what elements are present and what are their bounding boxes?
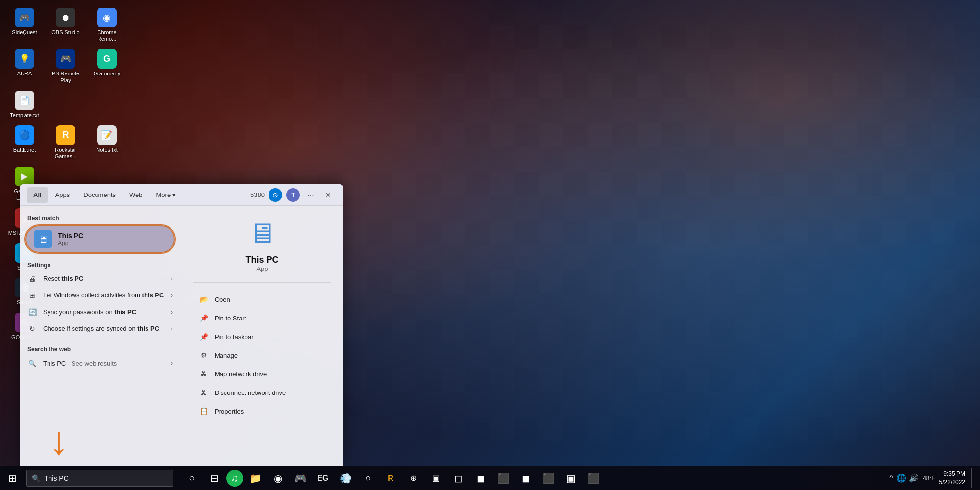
notes-icon: 📝 <box>97 125 117 145</box>
web-search-query: This PC <box>43 360 66 367</box>
desktop-icon-chrome[interactable]: ◉ Chrome Remo... <box>87 5 126 45</box>
desktop: 🎮 SideQuest ⏺ OBS Studio ◉ Chrome Remo..… <box>0 0 980 490</box>
desktop-icon-label: Chrome Remo... <box>90 29 123 42</box>
user-avatar-button[interactable]: T <box>286 188 300 202</box>
sound-icon[interactable]: 🔊 <box>909 473 919 483</box>
taskbar-icon-steam[interactable]: 💨 <box>335 468 356 489</box>
desktop-icon-label: Template.txt <box>10 112 39 119</box>
left-pane: Best match 🖥 This PC App Settings <box>20 206 181 466</box>
taskbar-icon-zoom[interactable]: ▣ <box>425 468 446 489</box>
taskbar-icon-slack[interactable]: ⊕ <box>403 468 423 489</box>
taskbar-icon-epicgames[interactable]: EG <box>313 468 333 489</box>
right-pane: 🖥 This PC App 📂 Open 📌 Pin to Start 📌 <box>181 206 343 466</box>
right-pane-header: 🖥 This PC App <box>193 216 331 283</box>
settings-text: Sync your passwords on this PC <box>43 308 136 317</box>
taskbar-search-icon: 🔍 <box>32 474 40 482</box>
web-search-item[interactable]: 🔍 This PC - See web results › <box>20 355 181 371</box>
more-options-button[interactable]: ··· <box>304 188 318 202</box>
context-label: Pin to Start <box>215 315 246 322</box>
network-icon[interactable]: 🌐 <box>896 473 906 483</box>
taskbar-icon-taskview[interactable]: ⊟ <box>204 468 224 489</box>
desktop-icon-obs[interactable]: ⏺ OBS Studio <box>46 5 85 45</box>
context-label: Properties <box>215 408 244 415</box>
tab-more[interactable]: More ▾ <box>150 187 182 203</box>
context-label: Manage <box>215 352 238 359</box>
context-map-drive[interactable]: 🖧 Map network drive <box>193 365 331 383</box>
choose-sync-icon: ↻ <box>27 324 37 334</box>
taskbar-icon-app2[interactable]: ◼ <box>470 468 491 489</box>
taskbar-icon-xbox[interactable]: 🎮 <box>290 468 311 489</box>
tab-apps[interactable]: Apps <box>49 187 76 203</box>
this-pc-large-icon: 🖥 <box>243 216 282 250</box>
taskbar-icon-app6[interactable]: ▣ <box>561 468 581 489</box>
obs-icon: ⏺ <box>56 8 75 27</box>
psremote-icon: 🎮 <box>56 49 75 69</box>
settings-item-reset[interactable]: 🖨 Reset this PC › <box>20 270 181 287</box>
rockstar-icon: R <box>56 125 75 145</box>
taskbar-icon-app4[interactable]: ◼ <box>515 468 536 489</box>
template-icon: 📄 <box>15 91 34 110</box>
web-search-see-results: - See web results <box>68 360 117 367</box>
sync-icon: 🔄 <box>27 307 37 317</box>
taskbar-icon-spotify[interactable]: ♫ <box>226 470 243 487</box>
context-menu: 📂 Open 📌 Pin to Start 📌 Pin to taskbar ⚙… <box>193 291 331 420</box>
tab-documents[interactable]: Documents <box>77 187 122 203</box>
panel-header: All Apps Documents Web More ▾ 5380 ⊙ T ·… <box>20 184 343 206</box>
taskbar-icon-rockstar[interactable]: R <box>380 468 401 489</box>
context-disconnect-drive[interactable]: 🖧 Disconnect network drive <box>193 384 331 401</box>
taskbar-search-bar[interactable]: 🔍 This PC <box>26 470 173 487</box>
cortana-button[interactable]: ⊙ <box>269 188 282 202</box>
close-panel-button[interactable]: ✕ <box>321 188 335 202</box>
manage-icon: ⚙ <box>199 350 209 360</box>
geforce-icon: ▶ <box>15 167 34 186</box>
context-manage[interactable]: ⚙ Manage <box>193 346 331 364</box>
settings-text: Choose if settings are synced on this PC <box>43 325 159 333</box>
settings-item-sync-settings[interactable]: ↻ Choose if settings are synced on this … <box>20 320 181 337</box>
desktop-icon-battlenet[interactable]: 🔵 Battle.net <box>5 122 44 163</box>
context-pin-start[interactable]: 📌 Pin to Start <box>193 309 331 327</box>
desktop-icon-aura[interactable]: 💡 AURA <box>5 46 44 86</box>
desktop-icon-template[interactable]: 📄 Template.txt <box>5 88 44 122</box>
taskbar-icon-app7[interactable]: ⬛ <box>583 468 604 489</box>
taskbar-icon-chrome[interactable]: ◉ <box>268 468 288 489</box>
open-icon: 📂 <box>199 294 209 304</box>
tab-web[interactable]: Web <box>123 187 148 203</box>
taskbar-icon-app1[interactable]: ◻ <box>448 468 468 489</box>
orange-arrow-annotation: ↓ <box>49 421 69 461</box>
web-search-icon: 🔍 <box>27 358 37 368</box>
settings-item-sync-passwords[interactable]: 🔄 Sync your passwords on this PC › <box>20 304 181 320</box>
battlenet-icon: 🔵 <box>15 125 34 145</box>
tab-all[interactable]: All <box>27 187 48 203</box>
desktop-icon-sidequest[interactable]: 🎮 SideQuest <box>5 5 44 45</box>
taskbar-right: ^ 🌐 🔊 48°F 9:35 PM 5/22/2022 <box>890 468 980 488</box>
best-match-subtitle: App <box>58 240 83 246</box>
context-label: Map network drive <box>215 370 267 378</box>
settings-text: Reset this PC <box>43 275 83 283</box>
taskbar-icon-app3[interactable]: ⬛ <box>493 468 514 489</box>
context-open[interactable]: 📂 Open <box>193 291 331 308</box>
taskbar-icon-cortana[interactable]: ○ <box>181 468 202 489</box>
desktop-icon-grammarly[interactable]: G Grammarly <box>87 46 126 86</box>
taskbar-icon-opera[interactable]: ○ <box>358 468 378 489</box>
chevron-icon: › <box>171 325 173 332</box>
settings-item-left: ↻ Choose if settings are synced on this … <box>27 324 159 334</box>
settings-item-activities[interactable]: ⊞ Let Windows collect activities from th… <box>20 287 181 304</box>
system-clock[interactable]: 9:35 PM 5/22/2022 <box>939 470 965 487</box>
context-pin-taskbar[interactable]: 📌 Pin to taskbar <box>193 328 331 345</box>
web-search-label: Search the web <box>20 343 181 355</box>
right-pane-subtitle: App <box>256 265 268 272</box>
taskbar-icon-app5[interactable]: ⬛ <box>538 468 559 489</box>
desktop-icon-label: Rockstar Games... <box>49 147 82 160</box>
context-properties[interactable]: 📋 Properties <box>193 402 331 420</box>
start-button[interactable]: ⊞ <box>0 466 24 490</box>
desktop-icon-psremote[interactable]: 🎮 PS Remote Play <box>46 46 85 86</box>
map-drive-icon: 🖧 <box>199 369 209 379</box>
show-desktop-button[interactable] <box>971 468 974 488</box>
chevron-tray-icon[interactable]: ^ <box>890 474 894 483</box>
best-match-item[interactable]: 🖥 This PC App <box>25 225 175 253</box>
properties-icon: 📋 <box>199 406 209 416</box>
desktop-icon-notes[interactable]: 📝 Notes.txt <box>87 122 126 163</box>
web-search-section: Search the web 🔍 This PC - See web resul… <box>20 341 181 373</box>
desktop-icon-rockstar[interactable]: R Rockstar Games... <box>46 122 85 163</box>
taskbar-icon-explorer[interactable]: 📁 <box>245 468 266 489</box>
